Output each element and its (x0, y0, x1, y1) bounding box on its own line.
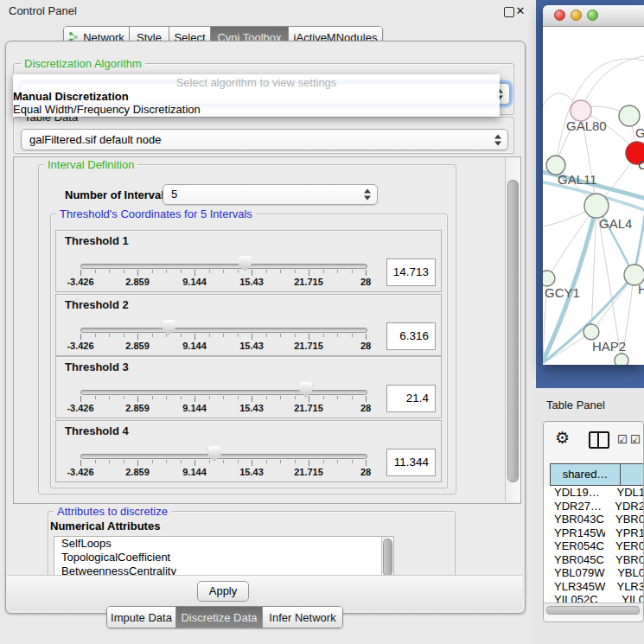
zoom-traffic-light[interactable] (587, 10, 598, 21)
cell[interactable]: YDL19… (544, 486, 606, 500)
network-node[interactable] (619, 105, 640, 126)
minimize-traffic-light[interactable] (571, 10, 582, 21)
horizontal-scrollbar[interactable] (544, 603, 644, 615)
control-panel-titlebar: Control Panel ✕ (0, 0, 529, 22)
node-label: HAP2 (592, 339, 626, 354)
slider-track[interactable] (80, 390, 367, 395)
scrollbar-thumb[interactable] (507, 180, 519, 482)
table-panel: ⚙ ☑ ☑ shared… na YDL19…YDL1 YDR27…YDR2 Y… (543, 421, 644, 622)
cell[interactable]: YLR345W (544, 580, 606, 594)
dropdown-option-manual[interactable]: Manual Discretization (13, 90, 500, 103)
network-node[interactable] (584, 194, 609, 218)
column-header-name[interactable]: na (620, 463, 644, 486)
table-row[interactable]: YBL079WYBL0 (544, 566, 644, 580)
threshold-1-panel: Threshold 1 -3.4262.8599.14415.4321.7152… (55, 230, 442, 292)
slider-track[interactable] (80, 328, 367, 333)
network-canvas[interactable]: GAL80 GA C GAL11 GAL4 GCY1 H HAP2 (543, 26, 644, 365)
table-row[interactable]: YLR345WYLR3 (544, 580, 644, 594)
table-data-group: Table Data galFiltered.sif default node (13, 117, 514, 154)
list-item[interactable]: SelfLoops (54, 537, 393, 551)
tab-label: Impute Data (111, 611, 172, 624)
algorithm-dropdown: Select algorithm to view settings Manual… (13, 74, 500, 117)
table-row[interactable]: YDR27…YDR2 (544, 500, 644, 513)
screen: Control Panel ✕ Network Style Select Cyn… (0, 0, 644, 644)
slider-track[interactable] (80, 454, 367, 459)
columns-icon[interactable] (589, 431, 609, 449)
combo-stepper-icon[interactable] (494, 134, 502, 145)
combo-stepper-icon[interactable] (364, 189, 372, 201)
node-label: GA (635, 125, 644, 140)
slider-track[interactable] (80, 264, 367, 269)
close-icon[interactable]: ✕ (514, 3, 526, 19)
cyni-toolbox-panel: Discretization Algorithm Select algorith… (5, 41, 526, 614)
float-window-icon[interactable] (504, 7, 514, 17)
threshold-value-field[interactable]: 21.4 (386, 385, 436, 412)
table-row[interactable]: YBR043CYBR0 (544, 513, 644, 526)
threshold-value-field[interactable]: 11.344 (386, 449, 436, 476)
dropdown-option-equal-width[interactable]: Equal Width/Frequency Discretization (13, 103, 500, 116)
apply-button[interactable]: Apply (197, 581, 249, 602)
threshold-value-field[interactable]: 14.713 (386, 258, 436, 286)
threshold-3-panel: Threshold 3 -3.4262.8599.14415.4321.7152… (55, 356, 442, 418)
cell[interactable]: YER0 (605, 539, 644, 553)
number-of-intervals-label: Number of Intervals (65, 188, 170, 201)
settings-scrollpane: Interval Definition Number of Intervals … (13, 156, 521, 504)
control-panel: Control Panel ✕ Network Style Select Cyn… (0, 0, 529, 644)
deselect-checkbox-icon[interactable]: ☑ (630, 433, 641, 446)
threshold-label: Threshold 4 (65, 424, 129, 437)
vertical-scrollbar[interactable] (505, 157, 520, 501)
close-traffic-light[interactable] (554, 10, 565, 21)
panel-title: Control Panel (9, 0, 77, 22)
table-row[interactable]: YBR045CYBR0 (544, 553, 644, 567)
slider-ticks (80, 270, 366, 277)
cell[interactable]: YDR27… (544, 500, 604, 513)
table-row[interactable]: YDL19…YDL1 (544, 486, 644, 500)
network-window-titlebar[interactable] (543, 5, 644, 27)
combo-value: galFiltered.sif default node (29, 130, 161, 150)
cell[interactable]: YBR043C (544, 513, 605, 526)
cell[interactable]: YPR145W (544, 526, 605, 540)
table-row[interactable]: YIL052CYIL0 (544, 593, 644, 603)
cell[interactable]: YIL052C (544, 593, 611, 603)
number-of-intervals-combo[interactable]: 5 (163, 184, 378, 205)
network-node[interactable] (615, 354, 628, 365)
column-header-shared-name[interactable]: shared… (550, 463, 621, 486)
list-item[interactable]: TopologicalCoefficient (54, 551, 393, 564)
node-label: GCY1 (545, 285, 580, 300)
cell[interactable]: YBR0 (605, 553, 644, 567)
cell[interactable]: YBL079W (544, 566, 607, 580)
tab-impute-data[interactable]: Impute Data (107, 607, 176, 628)
cell[interactable]: YBR045C (544, 553, 605, 567)
table-row[interactable]: YPR145WYPR1 (544, 526, 644, 540)
slider-ticks (80, 334, 366, 341)
network-node[interactable] (583, 324, 599, 340)
node-label: H (638, 282, 644, 296)
gear-icon[interactable]: ⚙ (555, 428, 570, 447)
threshold-label: Threshold 2 (65, 298, 129, 311)
table-data-combo[interactable]: galFiltered.sif default node (21, 129, 508, 150)
cell[interactable]: YIL0 (611, 593, 644, 603)
thresholds-group: Threshold's Coordinates for 5 Intervals … (50, 214, 448, 488)
cell[interactable]: YER054C (544, 539, 605, 553)
cell[interactable]: YBL0 (607, 566, 644, 580)
cell[interactable]: YPR1 (605, 526, 644, 540)
group-label: Discretization Algorithm (21, 57, 145, 70)
scrollbar-thumb[interactable] (383, 539, 392, 577)
threshold-4-panel: Threshold 4 -3.4262.8599.14415.4321.7152… (55, 420, 442, 482)
table-row[interactable]: YER054CYER0 (544, 539, 644, 553)
select-all-checkbox-icon[interactable]: ☑ (617, 433, 628, 446)
cell[interactable]: YBR0 (605, 513, 644, 526)
tab-discretize-data[interactable]: Discretize Data (176, 607, 263, 628)
cell[interactable]: YDL1 (606, 486, 644, 500)
network-window: GAL80 GA C GAL11 GAL4 GCY1 H HAP2 (543, 5, 644, 365)
network-node[interactable] (543, 271, 555, 286)
tab-infer-network[interactable]: Infer Network (263, 607, 342, 628)
threshold-value-field[interactable]: 6.316 (386, 322, 436, 350)
cell[interactable]: YDR2 (604, 500, 644, 513)
group-label: Threshold's Coordinates for 5 Intervals (56, 207, 256, 220)
cell[interactable]: YLR3 (606, 580, 644, 594)
interval-definition-group: Interval Definition Number of Intervals … (38, 164, 456, 494)
desktop-background: GAL80 GA C GAL11 GAL4 GCY1 H HAP2 (536, 0, 644, 388)
scrollbar-thumb[interactable] (546, 606, 640, 615)
threshold-2-panel: Threshold 2 -3.4262.8599.14415.4321.7152… (55, 294, 442, 356)
